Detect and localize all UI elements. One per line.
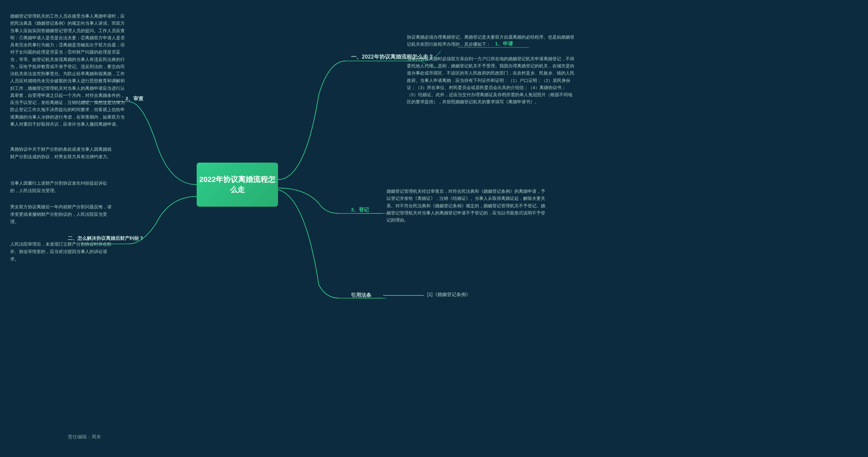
property-item-3-text: 男女双方协议离婚后一年内就财产分割问题反悔，请求变更或者撤销财产分割协议的，人民… — [10, 204, 112, 224]
property-item-1: 离婚协议中关于财产分割的条款或者当事人因离婚就财产分割达成的协议，对男女双方具有… — [10, 146, 115, 161]
audit-content-text: 婚姻登记管理机关的工作人员在接受当事人离婚申请时，应把民法典及《婚姻登记条例》的… — [10, 14, 125, 127]
register-content-text: 婚姻登记管理机关经过审查后，对符合民法典和《婚姻登记条例》的离婚申请，予以登记并… — [387, 189, 545, 223]
footer: 责任编辑：周末 — [68, 434, 101, 440]
apply-content-text: 协议离婚必须办理离婚登记。离婚登记是夫妻双方自愿离婚的必经程序。也是由婚姻登记机… — [407, 35, 574, 104]
footer-text: 责任编辑：周末 — [68, 434, 101, 439]
citation-label-text: 引用法条 — [351, 292, 371, 298]
citation-line — [383, 295, 424, 296]
citation-item: [1]《婚姻登记条例》 — [427, 291, 471, 299]
register-content: 婚姻登记管理机关经过审查后，对符合民法典和《婚姻登记条例》的离婚申请，予以登记并… — [387, 188, 549, 224]
property-item-4: 人民法院审理后，未发现订立财产分割协议时存在欺诈、胁迫等情形的，应当依法驳回当事… — [10, 241, 115, 263]
property-item-1-text: 离婚协议中关于财产分割的条款或者当事人因离婚就财产分割达成的协议，对男女双方具有… — [10, 147, 112, 159]
mind-map: 2022年协议离婚流程怎么走 2、审查 婚姻登记管理机关的工作人员在接受当事人离… — [0, 0, 868, 457]
sub-label-register-text: 3、登记 — [351, 207, 369, 212]
central-node: 2022年协议离婚流程怎么走 — [197, 163, 278, 207]
property-item-2-text: 当事人因履行上述财产分割协议发生纠纷提起诉讼的，人民法院应当受理。 — [10, 181, 107, 193]
property-item-2: 当事人因履行上述财产分割协议发生纠纷提起诉讼的，人民法院应当受理。 — [10, 180, 115, 194]
apply-content: 协议离婚必须办理离婚登记。离婚登记是夫妻双方自愿离婚的必经程序。也是由婚姻登记机… — [407, 34, 576, 106]
citation-item-text: [1]《婚姻登记条例》 — [427, 292, 471, 297]
branch-label-property-text: 二、怎么解决协议离婚后财产纠纷？ — [68, 235, 144, 241]
property-item-3: 男女双方协议离婚后一年内就财产分割问题反悔，请求变更或者撤销财产分割协议的，人民… — [10, 203, 115, 226]
branch-label-audit-text: 2、审查 — [125, 96, 143, 101]
central-text: 2022年协议离婚流程怎么走 — [197, 174, 278, 195]
property-item-4-text: 人民法院审理后，未发现订立财产分割协议时存在欺诈、胁迫等情形的，应当依法驳回当事… — [10, 242, 112, 262]
branch-label-audit: 2、审查 — [125, 96, 143, 102]
citation-label: 引用法条 — [351, 292, 371, 298]
audit-content: 婚姻登记管理机关的工作人员在接受当事人离婚申请时，应把民法典及《婚姻登记条例》的… — [10, 13, 125, 128]
sub-label-register: 3、登记 — [351, 207, 369, 213]
